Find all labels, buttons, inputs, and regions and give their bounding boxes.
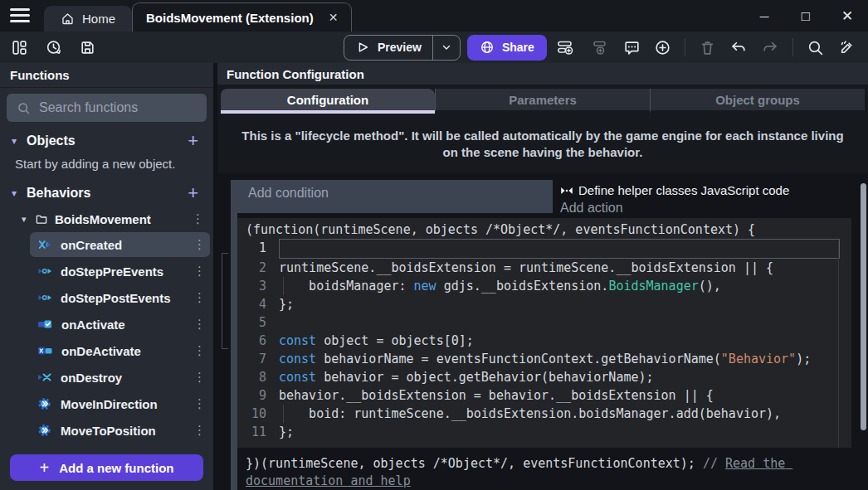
function-label: MoveInDirection xyxy=(61,397,184,411)
save-icon[interactable] xyxy=(79,39,96,56)
configuration-tabs: ConfigurationParametersObject groups xyxy=(217,89,868,114)
line-number: 11 xyxy=(237,423,279,441)
functions-sidebar: Functions Search functions ▾ Objects + S… xyxy=(0,63,217,490)
search-icon[interactable] xyxy=(807,39,824,56)
tab-home[interactable]: Home xyxy=(44,6,132,32)
code-line-9[interactable]: 9behavior.__boidsExtension = behavior.__… xyxy=(237,386,851,405)
line-text xyxy=(279,239,840,259)
search-placeholder: Search functions xyxy=(39,100,138,115)
function-item-onCreated[interactable]: onCreated⋮ xyxy=(30,232,210,257)
line-number: 2 xyxy=(237,259,279,277)
hamburger-icon[interactable] xyxy=(10,8,30,22)
kebab-menu-icon[interactable]: ⋮ xyxy=(193,396,202,411)
function-item-MoveInDirection[interactable]: MoveInDirection⋮ xyxy=(30,391,210,416)
tab-parameters[interactable]: Parameters xyxy=(435,89,650,114)
preview-dropdown-button[interactable] xyxy=(433,41,460,53)
function-item-MoveToPosition[interactable]: MoveToPosition⋮ xyxy=(30,418,210,443)
close-tab-icon[interactable]: ✕ xyxy=(329,11,339,24)
function-item-doStepPreEvents[interactable]: doStepPreEvents⋮ xyxy=(30,259,210,284)
line-number: 6 xyxy=(237,332,279,350)
js-event-title[interactable]: Define helper classes JavaScript code xyxy=(560,180,851,201)
function-label: doStepPostEvents xyxy=(61,291,184,305)
add-behavior-button[interactable]: + xyxy=(188,186,202,201)
code-line-10[interactable]: 10 boid: runtimeScene.__boidsExtension.b… xyxy=(237,405,851,423)
code-footer-line: })(runtimeScene, objects /*Object*/, eve… xyxy=(237,448,851,490)
behaviors-section-header: ▾ Behaviors + xyxy=(0,181,213,206)
code-editor[interactable]: (function(runtimeScene, objects /*Object… xyxy=(237,218,851,448)
function-item-onActivate[interactable]: onActivate⋮ xyxy=(30,312,210,337)
line-text: const object = objects[0]; xyxy=(279,332,851,350)
code-line-6[interactable]: 6const object = objects[0]; xyxy=(237,332,851,350)
layout-icon[interactable] xyxy=(11,39,28,56)
tab-object-groups[interactable]: Object groups xyxy=(650,89,865,114)
history-icon[interactable] xyxy=(45,39,62,56)
search-icon xyxy=(17,101,31,115)
code-line-4[interactable]: 4}; xyxy=(237,295,851,313)
line-number: 5 xyxy=(237,313,279,332)
js-code-icon xyxy=(560,185,573,196)
function-label: onCreated xyxy=(61,238,184,252)
tab-extension[interactable]: BoidsMovement (Extension) ✕ xyxy=(132,2,352,32)
code-header-line: (function(runtimeScene, objects /*Object… xyxy=(237,221,851,239)
edit-icon[interactable] xyxy=(837,39,856,56)
kebab-menu-icon[interactable]: ⋮ xyxy=(193,343,202,358)
kebab-menu-icon[interactable]: ⋮ xyxy=(192,211,200,226)
kebab-menu-icon[interactable]: ⋮ xyxy=(193,264,202,279)
function-list: onCreated⋮doStepPreEvents⋮doStepPostEven… xyxy=(0,230,213,444)
toolbar-center: Preview Share xyxy=(344,35,547,61)
chevron-down-icon[interactable]: ▾ xyxy=(12,135,23,147)
function-label: onDeActivate xyxy=(61,344,184,358)
code-line-2[interactable]: 2runtimeScene.__boidsExtension = runtime… xyxy=(237,259,851,277)
code-line-11[interactable]: 11}; xyxy=(237,423,851,441)
add-condition-button[interactable]: Add condition xyxy=(237,180,553,213)
kebab-menu-icon[interactable]: ⋮ xyxy=(193,290,202,305)
kebab-menu-icon[interactable]: ⋮ xyxy=(193,237,202,252)
add-subevent-icon xyxy=(590,39,610,56)
toolbar: Preview Share xyxy=(0,32,868,63)
events-scrollbar[interactable] xyxy=(861,183,866,430)
behavior-group-row[interactable]: ▾ BoidsMovement ⋮ xyxy=(0,207,213,230)
redo-icon xyxy=(761,39,779,56)
preview-button[interactable]: Preview xyxy=(344,35,461,61)
objects-label: Objects xyxy=(27,133,188,148)
share-button[interactable]: Share xyxy=(467,35,547,61)
maximize-icon[interactable]: □ xyxy=(785,8,827,25)
add-event-icon[interactable] xyxy=(557,39,577,56)
code-line-1[interactable]: 1 xyxy=(237,239,851,259)
comment-icon[interactable] xyxy=(623,39,641,56)
chevron-down-icon[interactable]: ▾ xyxy=(12,187,23,199)
function-item-onDeActivate[interactable]: onDeActivate⋮ xyxy=(30,338,210,363)
objects-empty-text: Start by adding a new object. xyxy=(0,153,213,177)
chevron-down-icon[interactable]: ▾ xyxy=(22,214,35,225)
kebab-menu-icon[interactable]: ⋮ xyxy=(193,370,202,385)
function-item-doStepPostEvents[interactable]: doStepPostEvents⋮ xyxy=(30,285,210,310)
behaviors-label: Behaviors xyxy=(27,186,188,201)
code-line-7[interactable]: 7const behaviorName = eventsFunctionCont… xyxy=(237,350,851,368)
search-functions-input[interactable]: Search functions xyxy=(7,94,207,122)
line-text: runtimeScene.__boidsExtension = runtimeS… xyxy=(279,259,851,277)
code-line-8[interactable]: 8const behavior = object.getBehavior(beh… xyxy=(237,368,851,386)
preview-label: Preview xyxy=(378,41,422,54)
add-function-button[interactable]: + Add a new function xyxy=(10,454,203,481)
page-title: Function Configuration xyxy=(217,63,868,85)
gear-icon xyxy=(37,424,51,437)
minimize-icon[interactable]: ─ xyxy=(744,9,785,23)
function-label: onDestroy xyxy=(61,371,184,385)
toggle-on-icon xyxy=(37,318,52,331)
close-icon[interactable]: ✕ xyxy=(827,7,868,25)
add-circle-icon[interactable] xyxy=(654,39,671,56)
event-drag-handle[interactable] xyxy=(231,180,237,490)
kebab-menu-icon[interactable]: ⋮ xyxy=(193,317,202,332)
code-line-3[interactable]: 3 boidsManager: new gdjs.__boidsExtensio… xyxy=(237,277,851,295)
tab-configuration[interactable]: Configuration xyxy=(221,89,435,114)
line-text: behavior.__boidsExtension = behavior.__b… xyxy=(279,386,851,405)
function-item-onDestroy[interactable]: onDestroy⋮ xyxy=(30,365,210,390)
add-object-button[interactable]: + xyxy=(188,133,202,148)
line-number: 10 xyxy=(237,405,279,423)
sidebar-title: Functions xyxy=(0,63,213,87)
undo-icon[interactable] xyxy=(729,39,748,56)
kebab-menu-icon[interactable]: ⋮ xyxy=(193,423,202,438)
code-line-5[interactable]: 5 xyxy=(237,313,851,332)
step-icon xyxy=(37,264,51,278)
plus-icon: + xyxy=(39,458,49,478)
